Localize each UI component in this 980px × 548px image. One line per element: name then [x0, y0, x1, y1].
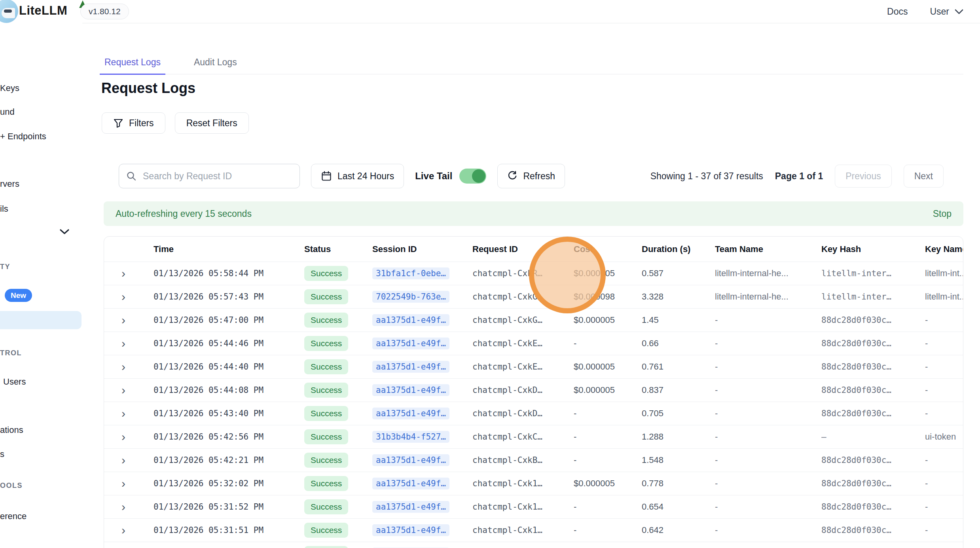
- request-id-cell: chatcmpl-CxkC…: [472, 432, 574, 442]
- time-range-button[interactable]: Last 24 Hours: [311, 164, 404, 188]
- request-id-cell: chatcmpl-CxkD…: [472, 409, 574, 418]
- expand-row-icon[interactable]: ›: [121, 384, 125, 396]
- funnel-icon: [113, 118, 123, 128]
- key-name-cell: -: [925, 362, 963, 372]
- table-row[interactable]: › 01/13/2026 05:32:02 PM Success aa1375d…: [104, 472, 963, 495]
- request-id-search[interactable]: [119, 164, 300, 188]
- table-row[interactable]: › 01/13/2026 05:44:46 PM Success aa1375d…: [104, 332, 963, 355]
- team-name-cell: -: [715, 385, 821, 395]
- time-cell: 01/13/2026 05:42:56 PM: [154, 432, 304, 442]
- duration-cell: 0.778: [642, 478, 715, 489]
- expand-row-icon[interactable]: ›: [121, 314, 125, 326]
- session-id-link[interactable]: aa1375d1-e49f…: [372, 361, 449, 373]
- sidebar-item-guardrails[interactable]: ils: [0, 204, 8, 214]
- duration-cell: 0.66: [642, 338, 715, 349]
- table-row[interactable]: › 01/13/2026 05:43:40 PM Success aa1375d…: [104, 402, 963, 425]
- docs-link[interactable]: Docs: [887, 6, 908, 17]
- stop-auto-refresh-button[interactable]: Stop: [933, 209, 952, 219]
- sidebar-item-internal-users[interactable]: Users: [3, 377, 26, 387]
- request-id-cell: chatcmpl-CxkE…: [472, 339, 574, 348]
- sidebar-item-models-endpoints[interactable]: + Endpoints: [0, 131, 46, 142]
- version-badge: v1.80.12: [80, 4, 129, 19]
- tab-bar: Request Logs Audit Logs: [100, 51, 963, 74]
- session-id-link[interactable]: aa1375d1-e49f…: [372, 478, 449, 489]
- sidebar-collapse-chevron-icon[interactable]: [59, 229, 70, 235]
- refresh-button[interactable]: Refresh: [497, 164, 565, 188]
- calendar-icon: [321, 171, 332, 182]
- sidebar-item-playground[interactable]: und: [0, 107, 15, 117]
- previous-page-button[interactable]: Previous: [835, 165, 891, 188]
- sidebar-item-organizations[interactable]: ations: [0, 425, 23, 435]
- column-header-time: Time: [154, 244, 304, 254]
- expand-row-icon[interactable]: ›: [121, 361, 125, 373]
- session-id-link[interactable]: 31b3b4b4-f527…: [372, 431, 449, 443]
- sidebar-item-servers[interactable]: rvers: [0, 179, 19, 189]
- expand-row-icon[interactable]: ›: [121, 291, 125, 303]
- key-name-cell: -: [925, 385, 963, 395]
- table-row[interactable]: › 01/13/2026 05:57:43 PM Success 7022549…: [104, 285, 963, 308]
- expand-row-icon[interactable]: ›: [121, 408, 125, 419]
- table-row[interactable]: › 01/13/2026 05:58:44 PM Success 31bfa1c…: [104, 262, 963, 285]
- live-tail-label: Live Tail: [415, 171, 452, 182]
- session-id-link[interactable]: aa1375d1-e49f…: [372, 314, 449, 326]
- expand-row-icon[interactable]: ›: [121, 501, 125, 513]
- column-header-status: Status: [304, 244, 372, 254]
- status-badge: Success: [304, 523, 348, 538]
- auto-refresh-banner: Auto-refreshing every 15 seconds Stop: [104, 201, 963, 226]
- session-id-link[interactable]: 7022549b-763e…: [372, 291, 449, 303]
- table-row[interactable]: › 01/13/2026 05:42:21 PM Success aa1375d…: [104, 448, 963, 472]
- live-tail-toggle[interactable]: [459, 169, 486, 184]
- table-body: › 01/13/2026 05:58:44 PM Success 31bfa1c…: [104, 262, 963, 548]
- session-id-link[interactable]: aa1375d1-e49f…: [372, 408, 449, 419]
- column-header-key-hash: Key Hash: [821, 244, 925, 254]
- session-id-link[interactable]: aa1375d1-e49f…: [372, 384, 449, 396]
- key-name-cell: -: [925, 525, 963, 535]
- table-row[interactable]: › 01/13/2026 05:31:52 PM Success aa1375d…: [104, 495, 963, 518]
- expand-row-icon[interactable]: ›: [121, 524, 125, 536]
- sidebar-item-keys[interactable]: Keys: [0, 83, 19, 93]
- table-row[interactable]: › 01/13/2026 05:44:08 PM Success aa1375d…: [104, 378, 963, 402]
- search-input[interactable]: [142, 171, 292, 182]
- duration-cell: 1.288: [642, 432, 715, 442]
- sidebar-item-teams[interactable]: s: [0, 449, 4, 459]
- expand-row-icon[interactable]: ›: [121, 478, 125, 489]
- request-id-cell: chatcmpl-Cxk1…: [472, 525, 574, 535]
- user-menu[interactable]: User: [930, 6, 963, 17]
- next-page-button[interactable]: Next: [904, 165, 944, 188]
- duration-cell: 0.642: [642, 525, 715, 535]
- filters-button[interactable]: Filters: [102, 112, 165, 134]
- table-header-row: Time Status Session ID Request ID Cost D…: [104, 237, 963, 262]
- key-hash-cell: litellm-inter…: [821, 292, 925, 301]
- team-name-cell: -: [715, 525, 821, 535]
- sidebar-item-logs-active[interactable]: [0, 311, 82, 329]
- duration-cell: 3.328: [642, 292, 715, 302]
- session-id-link[interactable]: aa1375d1-e49f…: [372, 454, 449, 466]
- column-header-key-name: Key Name: [925, 244, 963, 254]
- table-row[interactable]: › 01/13/2026 05:47:00 PM Success aa1375d…: [104, 308, 963, 332]
- time-cell: 01/13/2026 05:42:21 PM: [154, 455, 304, 465]
- user-menu-label: User: [930, 6, 949, 17]
- status-badge: Success: [304, 476, 348, 491]
- expand-row-icon[interactable]: ›: [121, 267, 125, 279]
- status-badge: Success: [304, 313, 348, 328]
- key-name-cell: -: [925, 315, 963, 325]
- table-row[interactable]: › 01/13/2026 05:31:38 PM Success aa1375d…: [104, 542, 963, 548]
- expand-row-icon[interactable]: ›: [121, 454, 125, 466]
- table-row[interactable]: › 01/13/2026 05:44:40 PM Success aa1375d…: [104, 355, 963, 378]
- expand-row-icon[interactable]: ›: [121, 338, 125, 349]
- session-id-link[interactable]: aa1375d1-e49f…: [372, 501, 449, 513]
- reset-filters-button[interactable]: Reset Filters: [175, 112, 249, 134]
- session-id-link[interactable]: aa1375d1-e49f…: [372, 524, 449, 536]
- expand-row-icon[interactable]: ›: [121, 431, 125, 443]
- table-row[interactable]: › 01/13/2026 05:42:56 PM Success 31b3b4b…: [104, 425, 963, 448]
- table-row[interactable]: › 01/13/2026 05:31:51 PM Success aa1375d…: [104, 518, 963, 542]
- session-id-link[interactable]: aa1375d1-e49f…: [372, 338, 449, 349]
- sidebar-item-api-reference[interactable]: erence: [0, 511, 27, 521]
- status-badge: Success: [304, 336, 348, 351]
- session-id-link[interactable]: 31bfa1cf-0ebe…: [372, 267, 449, 279]
- tab-audit-logs[interactable]: Audit Logs: [189, 51, 242, 74]
- column-header-cost: Cost: [574, 244, 642, 254]
- page-indicator: Page 1 of 1: [775, 171, 823, 182]
- tab-request-logs[interactable]: Request Logs: [100, 51, 165, 75]
- status-badge: Success: [304, 499, 348, 514]
